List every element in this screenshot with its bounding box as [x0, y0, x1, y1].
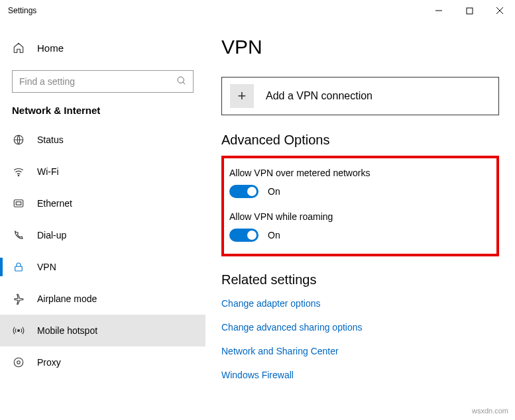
nav-item-vpn[interactable]: VPN	[0, 251, 205, 283]
vpn-icon	[12, 261, 25, 273]
svg-point-11	[18, 330, 20, 332]
home-icon	[12, 42, 25, 54]
nav-item-label: Ethernet	[37, 198, 72, 209]
nav-item-dialup[interactable]: Dial-up	[0, 219, 205, 251]
nav-item-label: Airplane mode	[37, 293, 97, 304]
nav-item-label: VPN	[37, 262, 56, 272]
watermark: wsxdn.com	[472, 407, 508, 415]
svg-line-5	[183, 82, 185, 84]
svg-rect-1	[467, 8, 473, 14]
svg-rect-9	[16, 202, 21, 205]
page-title: VPN	[221, 36, 499, 58]
plus-icon: +	[230, 84, 254, 108]
airplane-icon	[12, 293, 25, 305]
nav-item-label: Dial-up	[37, 230, 66, 240]
nav-item-label: Proxy	[37, 357, 61, 368]
link-adapter-options[interactable]: Change adapter options	[221, 298, 499, 309]
titlebar: Settings	[0, 0, 515, 21]
nav-item-label: Status	[37, 134, 64, 145]
nav-item-hotspot[interactable]: Mobile hotspot	[0, 315, 205, 346]
svg-point-12	[14, 358, 23, 367]
proxy-icon	[12, 356, 25, 368]
status-icon	[12, 134, 25, 146]
toggle-metered-switch[interactable]	[229, 185, 258, 198]
wifi-icon	[12, 166, 25, 178]
maximize-button[interactable]	[454, 0, 485, 21]
nav-item-ethernet[interactable]: Ethernet	[0, 187, 205, 219]
window-title: Settings	[8, 6, 36, 15]
toggle-roaming-switch[interactable]	[229, 229, 258, 242]
link-network-center[interactable]: Network and Sharing Center	[221, 346, 499, 356]
add-vpn-label: Add a VPN connection	[266, 90, 372, 102]
hotspot-icon	[12, 325, 25, 337]
search-icon	[176, 76, 187, 86]
advanced-options-title: Advanced Options	[221, 132, 499, 148]
home-label: Home	[37, 42, 64, 54]
home-link[interactable]: Home	[0, 34, 205, 61]
svg-rect-10	[15, 266, 23, 271]
minimize-button[interactable]	[424, 0, 454, 21]
toggle-metered: Allow VPN over metered networks On	[229, 168, 486, 198]
svg-point-13	[17, 361, 21, 364]
toggle-label: Allow VPN over metered networks	[229, 168, 486, 178]
highlight-box: Allow VPN over metered networks On Allow…	[221, 156, 499, 256]
link-sharing-options[interactable]: Change advanced sharing options	[221, 322, 499, 333]
svg-point-4	[178, 77, 184, 83]
nav-item-label: Mobile hotspot	[37, 325, 97, 336]
window-controls	[424, 0, 515, 21]
search-input[interactable]	[12, 70, 194, 93]
related-settings-title: Related settings	[221, 272, 499, 288]
toggle-state: On	[268, 230, 280, 240]
sidebar: Home Network & Internet Status	[0, 21, 205, 420]
search-wrap	[12, 70, 194, 93]
add-vpn-button[interactable]: + Add a VPN connection	[221, 77, 499, 115]
nav-item-airplane[interactable]: Airplane mode	[0, 283, 205, 315]
main-content: VPN + Add a VPN connection Advanced Opti…	[205, 21, 515, 420]
nav-item-proxy[interactable]: Proxy	[0, 346, 205, 378]
svg-point-7	[18, 175, 19, 176]
toggle-roaming: Allow VPN while roaming On	[229, 211, 486, 242]
nav-item-wifi[interactable]: Wi-Fi	[0, 156, 205, 187]
svg-rect-8	[14, 200, 23, 207]
link-firewall[interactable]: Windows Firewall	[221, 370, 499, 380]
nav-list: Status Wi-Fi Ethernet	[0, 124, 205, 420]
nav-item-status[interactable]: Status	[0, 124, 205, 156]
toggle-label: Allow VPN while roaming	[229, 211, 486, 222]
close-button[interactable]	[485, 0, 515, 21]
ethernet-icon	[12, 197, 25, 209]
dialup-icon	[12, 229, 25, 241]
nav-item-label: Wi-Fi	[37, 166, 59, 177]
toggle-state: On	[268, 186, 280, 197]
section-header: Network & Internet	[0, 105, 205, 124]
